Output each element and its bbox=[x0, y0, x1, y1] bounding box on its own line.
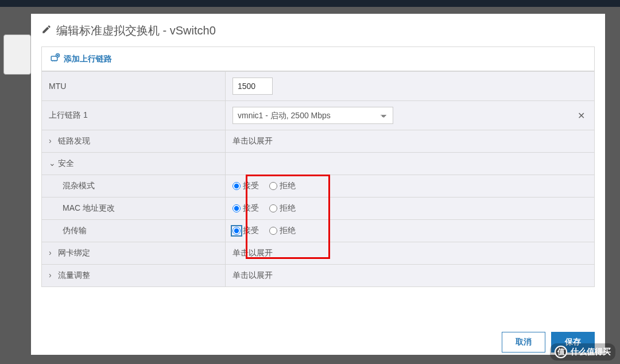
background-panel bbox=[3, 34, 31, 75]
settings-table: MTU 上行链路 1 vmnic1 - 启动, 2500 Mbps ✕ bbox=[41, 71, 595, 287]
cell-promiscuous: 接受 拒绝 bbox=[226, 175, 595, 198]
cell-mac-change: 接受 拒绝 bbox=[226, 198, 595, 220]
label-uplink1: 上行链路 1 bbox=[42, 101, 226, 130]
nic-add-icon bbox=[50, 53, 60, 65]
promiscuous-reject[interactable]: 拒绝 bbox=[269, 181, 296, 191]
label-promiscuous: 混杂模式 bbox=[42, 175, 226, 198]
add-uplink-link[interactable]: 添加上行链路 bbox=[64, 54, 112, 64]
modal-footer: 取消 保存 bbox=[31, 326, 605, 355]
remove-uplink-icon[interactable]: ✕ bbox=[575, 110, 587, 121]
chevron-down-icon: ⌄ bbox=[49, 158, 56, 168]
chevron-right-icon: › bbox=[49, 248, 56, 257]
cell-mtu bbox=[226, 72, 595, 101]
modal-title-bar: 编辑标准虚拟交换机 - vSwitch0 bbox=[31, 14, 605, 47]
row-nic-teaming: ›网卡绑定 单击以展开 bbox=[42, 242, 595, 265]
watermark-text: 什么值得买 bbox=[571, 347, 611, 357]
row-traffic-shaping: ›流量调整 单击以展开 bbox=[42, 265, 595, 287]
hint-nic-teaming[interactable]: 单击以展开 bbox=[226, 242, 595, 265]
label-mac-change: MAC 地址更改 bbox=[42, 198, 226, 220]
row-promiscuous: 混杂模式 接受 拒绝 bbox=[42, 175, 595, 198]
forged-accept[interactable]: 接受 bbox=[232, 226, 259, 236]
background-strip bbox=[0, 0, 620, 7]
watermark: 值 什么值得买 bbox=[550, 343, 615, 361]
row-link-discovery: ›链路发现 单击以展开 bbox=[42, 130, 595, 153]
hint-traffic-shaping[interactable]: 单击以展开 bbox=[226, 265, 595, 287]
cell-uplink1: vmnic1 - 启动, 2500 Mbps ✕ bbox=[226, 101, 595, 130]
row-security: ⌄安全 bbox=[42, 153, 595, 175]
toolbar: 添加上行链路 bbox=[41, 47, 595, 71]
modal-title-text: 编辑标准虚拟交换机 - vSwitch0 bbox=[56, 23, 216, 38]
watermark-badge-icon: 值 bbox=[555, 346, 567, 358]
cell-security-blank bbox=[226, 153, 595, 175]
promiscuous-accept[interactable]: 接受 bbox=[232, 181, 259, 191]
pencil-icon bbox=[41, 24, 52, 37]
row-mtu: MTU bbox=[42, 72, 595, 101]
label-mtu: MTU bbox=[42, 72, 226, 101]
forged-reject[interactable]: 拒绝 bbox=[269, 226, 296, 236]
label-nic-teaming[interactable]: ›网卡绑定 bbox=[42, 242, 226, 265]
row-forged: 伪传输 接受 拒绝 bbox=[42, 220, 595, 242]
label-traffic-shaping[interactable]: ›流量调整 bbox=[42, 265, 226, 287]
mac-reject[interactable]: 拒绝 bbox=[269, 203, 296, 214]
row-mac-change: MAC 地址更改 接受 拒绝 bbox=[42, 198, 595, 220]
chevron-right-icon: › bbox=[49, 270, 56, 280]
modal-content: 添加上行链路 MTU 上行链路 1 vmnic1 - 启动, 2500 Mbps… bbox=[31, 47, 605, 326]
row-uplink1: 上行链路 1 vmnic1 - 启动, 2500 Mbps ✕ bbox=[42, 101, 595, 130]
label-forged: 伪传输 bbox=[42, 220, 226, 242]
cell-forged: 接受 拒绝 bbox=[226, 220, 595, 242]
edit-vswitch-modal: 编辑标准虚拟交换机 - vSwitch0 添加上行链路 MTU 上行链路 1 bbox=[31, 14, 605, 355]
mtu-input[interactable] bbox=[232, 78, 273, 95]
uplink1-select[interactable]: vmnic1 - 启动, 2500 Mbps bbox=[232, 107, 393, 124]
mac-accept[interactable]: 接受 bbox=[232, 203, 259, 214]
hint-link-discovery[interactable]: 单击以展开 bbox=[226, 130, 595, 153]
label-security[interactable]: ⌄安全 bbox=[42, 153, 226, 175]
label-link-discovery[interactable]: ›链路发现 bbox=[42, 130, 226, 153]
cancel-button[interactable]: 取消 bbox=[502, 332, 545, 353]
chevron-right-icon: › bbox=[49, 136, 56, 145]
